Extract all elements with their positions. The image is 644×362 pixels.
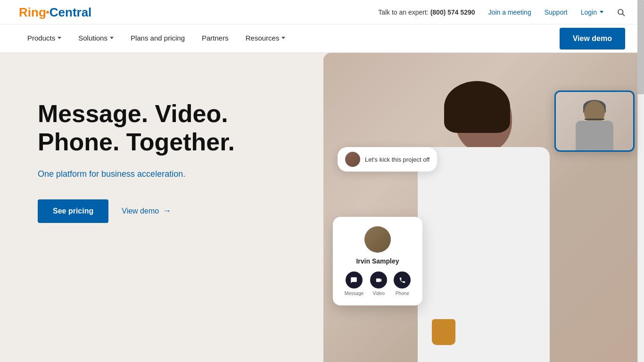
chevron-down-icon: [600, 11, 603, 13]
video-icon: [370, 272, 387, 288]
hero-headline-line1: Message. Video.: [38, 100, 228, 127]
chat-avatar: [345, 152, 360, 167]
hero-subtext: One platform for business acceleration.: [38, 168, 235, 181]
phone-label: Talk to an expert: (800) 574 5290: [378, 8, 475, 16]
scrollbar[interactable]: [637, 0, 644, 362]
join-meeting-link[interactable]: Join a meeting: [488, 8, 531, 16]
video-person: [571, 96, 618, 150]
hero-buttons: See pricing View demo →: [38, 199, 235, 223]
logo[interactable]: RingCentral: [19, 6, 91, 18]
top-right-links: Talk to an expert: (800) 574 5290 Join a…: [378, 8, 625, 16]
nav-products-label: Products: [27, 34, 55, 42]
nav-plans-pricing[interactable]: Plans and pricing: [122, 25, 193, 52]
person-hair: [444, 81, 510, 133]
video-person-body: [576, 121, 613, 152]
see-pricing-button[interactable]: See pricing: [38, 199, 108, 223]
hero-section: Message. Video. Phone. Together. One pla…: [0, 53, 644, 362]
support-link[interactable]: Support: [545, 8, 568, 16]
nav-partners-label: Partners: [202, 34, 229, 42]
nav-partners[interactable]: Partners: [193, 25, 237, 52]
chevron-down-icon: [110, 37, 114, 39]
contact-card-actions: Message Video Phone: [344, 272, 411, 296]
person-body: [418, 147, 550, 362]
hero-subtext-end: .: [183, 169, 185, 179]
scrollbar-thumb[interactable]: [637, 0, 644, 94]
logo-dot: [46, 11, 49, 14]
chat-bubble: Let's kick this project off: [338, 147, 437, 172]
hero-image-area: Let's kick this project off Irvin Sample…: [323, 53, 644, 362]
arrow-right-icon: →: [163, 206, 171, 216]
view-demo-link-label: View demo: [122, 207, 159, 215]
phone-number[interactable]: (800) 574 5290: [430, 8, 475, 16]
phone-label: Phone: [396, 291, 409, 296]
hero-headline: Message. Video. Phone. Together.: [38, 100, 235, 156]
nav-products[interactable]: Products: [19, 25, 70, 52]
login-button[interactable]: Login: [581, 8, 603, 16]
hero-headline-line2: Phone. Together.: [38, 128, 235, 156]
top-bar: RingCentral Talk to an expert: (800) 574…: [0, 0, 644, 25]
view-demo-nav-button[interactable]: View demo: [560, 28, 625, 49]
chevron-down-icon: [281, 37, 285, 39]
svg-line-1: [622, 14, 624, 16]
phone-icon: [394, 272, 411, 288]
hero-subtext-plain: One platform for: [38, 169, 101, 179]
logo-ring: Ring: [19, 6, 46, 18]
search-button[interactable]: [617, 8, 625, 16]
nav-plans-label: Plans and pricing: [131, 34, 185, 42]
contact-card: Irvin Sampley Message Video: [333, 217, 422, 305]
logo-central: Central: [50, 6, 92, 18]
message-label: Message: [345, 291, 364, 296]
contact-card-avatar: [364, 226, 391, 253]
nav-bar: Products Solutions Plans and pricing Par…: [0, 25, 644, 53]
login-label: Login: [581, 8, 597, 16]
nav-items: Products Solutions Plans and pricing Par…: [19, 25, 294, 52]
search-icon: [617, 8, 625, 16]
chat-text: Let's kick this project off: [365, 156, 429, 163]
hero-subtext-link: business acceleration: [101, 169, 183, 179]
contact-card-name: Irvin Sampley: [344, 257, 411, 265]
view-demo-hero-link[interactable]: View demo →: [122, 206, 171, 216]
message-icon: [346, 272, 363, 288]
video-label: Video: [373, 291, 385, 296]
chevron-down-icon: [58, 37, 61, 39]
contact-action-phone[interactable]: Phone: [394, 272, 411, 296]
talk-expert-text: Talk to an expert:: [378, 8, 429, 16]
video-person-glasses: [585, 115, 604, 120]
nav-solutions-label: Solutions: [78, 34, 107, 42]
nav-solutions[interactable]: Solutions: [70, 25, 122, 52]
nav-resources-label: Resources: [246, 34, 280, 42]
contact-action-video[interactable]: Video: [370, 272, 387, 296]
video-thumbnail: [554, 90, 635, 152]
contact-action-message[interactable]: Message: [345, 272, 364, 296]
nav-resources[interactable]: Resources: [237, 25, 294, 52]
hero-content: Message. Video. Phone. Together. One pla…: [0, 53, 263, 251]
